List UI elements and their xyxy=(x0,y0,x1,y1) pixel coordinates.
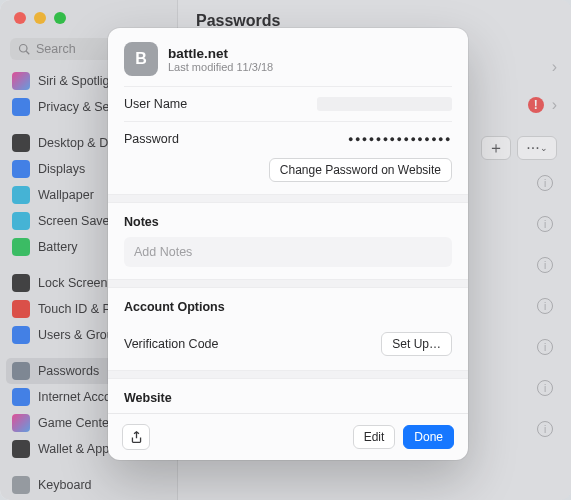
notes-title: Notes xyxy=(108,203,468,237)
password-detail-sheet: B battle.net Last modified 11/3/18 User … xyxy=(108,28,468,460)
verification-label: Verification Code xyxy=(124,337,219,351)
sheet-footer: Edit Done xyxy=(108,413,468,460)
done-button[interactable]: Done xyxy=(403,425,454,449)
website-title: Website xyxy=(108,379,468,413)
password-label: Password xyxy=(124,132,179,146)
share-icon xyxy=(130,431,143,444)
edit-button[interactable]: Edit xyxy=(353,425,396,449)
notes-placeholder: Add Notes xyxy=(134,245,192,259)
username-row[interactable]: User Name xyxy=(108,87,468,121)
sheet-header: B battle.net Last modified 11/3/18 xyxy=(108,28,468,86)
setup-verification-button[interactable]: Set Up… xyxy=(381,332,452,356)
username-value xyxy=(317,97,452,111)
share-button[interactable] xyxy=(122,424,150,450)
password-value-masked: ●●●●●●●●●●●●●●● xyxy=(348,134,452,144)
account-options-title: Account Options xyxy=(108,288,468,322)
password-row[interactable]: Password ●●●●●●●●●●●●●●● xyxy=(108,122,468,156)
last-modified: Last modified 11/3/18 xyxy=(168,61,273,73)
settings-window: Search Siri & Spotlight Privacy & Securi… xyxy=(0,0,571,500)
change-password-button[interactable]: Change Password on Website xyxy=(269,158,452,182)
site-name: battle.net xyxy=(168,46,273,61)
verification-code-row: Verification Code Set Up… xyxy=(108,322,468,366)
username-label: User Name xyxy=(124,97,187,111)
site-badge: B xyxy=(124,42,158,76)
notes-input[interactable]: Add Notes xyxy=(124,237,452,267)
